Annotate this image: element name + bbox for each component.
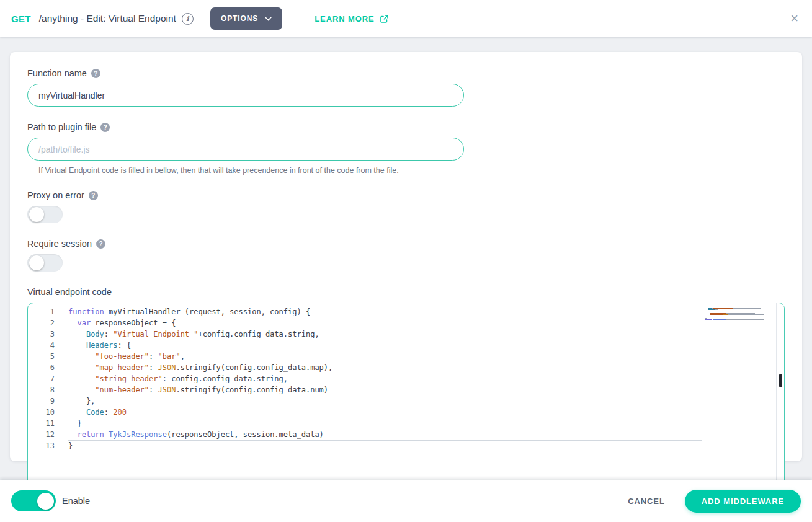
chevron-down-icon: [265, 17, 272, 21]
function-name-label-row: Function name ?: [27, 68, 785, 78]
learn-more-link[interactable]: LEARN MORE: [315, 14, 388, 24]
code-label: Virtual endpoint code: [27, 287, 112, 297]
proxy-on-error-toggle[interactable]: [27, 206, 63, 223]
virtual-endpoint-editor-page: GET /anything - Edit: Virtual Endpoint i…: [0, 0, 812, 522]
proxy-on-error-field: Proxy on error ?: [27, 190, 785, 223]
editor-code-lines[interactable]: function myVirtualHandler (request, sess…: [63, 303, 784, 487]
code-editor[interactable]: 12345678910111213 function myVirtualHand…: [27, 303, 785, 487]
require-session-field: Require session ?: [27, 239, 785, 272]
virtual-endpoint-code-field: Virtual endpoint code 12345678910111213 …: [27, 287, 785, 487]
function-name-label: Function name: [27, 68, 87, 78]
toggle-knob: [29, 255, 44, 270]
enable-toggle[interactable]: [11, 490, 56, 511]
add-middleware-button[interactable]: ADD MIDDLEWARE: [685, 490, 801, 513]
enable-label: Enable: [62, 496, 90, 506]
plugin-path-label-row: Path to plugin file ?: [27, 122, 785, 132]
info-icon[interactable]: i: [182, 13, 194, 25]
plugin-path-label: Path to plugin file: [27, 122, 96, 132]
options-button-label: OPTIONS: [221, 14, 258, 23]
proxy-on-error-label: Proxy on error: [27, 190, 84, 200]
plugin-path-help-text: If Virtual Endpoint code is filled in be…: [38, 166, 785, 175]
toggle-knob: [37, 493, 54, 510]
help-icon[interactable]: ?: [100, 123, 110, 132]
close-icon[interactable]: ×: [788, 12, 801, 25]
help-icon[interactable]: ?: [91, 69, 100, 78]
editor-gutter: 12345678910111213: [28, 303, 63, 487]
code-label-row: Virtual endpoint code: [27, 287, 785, 297]
require-session-toggle[interactable]: [27, 254, 63, 272]
function-name-input[interactable]: [27, 84, 464, 107]
require-session-label: Require session: [27, 239, 92, 249]
editor-minimap: [703, 306, 773, 322]
page-title: /anything - Edit: Virtual Endpoint: [39, 13, 176, 24]
plugin-path-field: Path to plugin file ? If Virtual Endpoin…: [27, 122, 785, 175]
help-icon[interactable]: ?: [96, 239, 105, 249]
help-icon[interactable]: ?: [89, 191, 98, 200]
editor-scrollbar-handle[interactable]: [779, 374, 782, 387]
header-bar: GET /anything - Edit: Virtual Endpoint i…: [0, 0, 812, 37]
proxy-on-error-label-row: Proxy on error ?: [27, 190, 785, 200]
toggle-knob: [29, 207, 44, 222]
function-name-field: Function name ?: [27, 68, 785, 107]
editor-scrollbar[interactable]: [776, 303, 784, 487]
options-button[interactable]: OPTIONS: [210, 7, 282, 30]
cancel-button[interactable]: CANCEL: [618, 497, 675, 506]
http-method-badge: GET: [11, 14, 31, 24]
learn-more-label: LEARN MORE: [315, 14, 374, 24]
middleware-form-card: Function name ? Path to plugin file ? If…: [10, 52, 802, 461]
require-session-label-row: Require session ?: [27, 239, 785, 249]
plugin-path-input[interactable]: [27, 138, 464, 161]
external-link-icon: [380, 14, 389, 24]
footer-bar: Enable CANCEL ADD MIDDLEWARE: [0, 480, 812, 522]
content-area: Function name ? Path to plugin file ? If…: [0, 37, 812, 480]
